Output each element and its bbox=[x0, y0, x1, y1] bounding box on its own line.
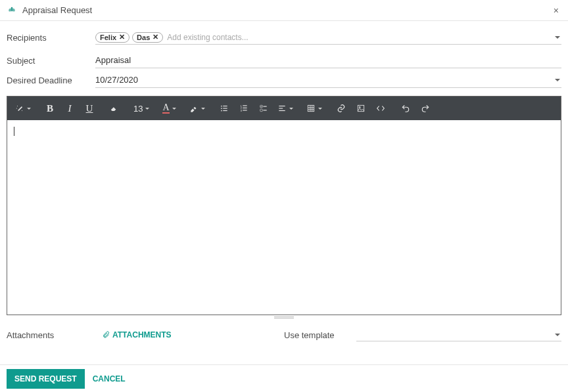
recipients-label: Recipients bbox=[7, 33, 95, 43]
recipient-tag: Das ✕ bbox=[132, 32, 163, 43]
close-icon[interactable]: × bbox=[551, 5, 561, 16]
svg-rect-18 bbox=[260, 109, 262, 112]
svg-rect-17 bbox=[263, 106, 266, 107]
svg-point-0 bbox=[11, 7, 12, 8]
magic-wand-button[interactable] bbox=[11, 99, 35, 118]
svg-point-6 bbox=[221, 108, 222, 109]
svg-rect-13 bbox=[243, 108, 247, 108]
bottom-fields: Attachments ATTACHMENTS Use template bbox=[7, 328, 561, 341]
attachments-link-text: ATTACHMENTS bbox=[112, 330, 172, 339]
eraser-button[interactable] bbox=[105, 99, 124, 118]
subject-label: Subject bbox=[7, 56, 95, 66]
svg-point-29 bbox=[359, 106, 360, 108]
deadline-label: Desired Deadline bbox=[7, 76, 95, 85]
image-button[interactable] bbox=[351, 99, 371, 118]
svg-rect-9 bbox=[223, 110, 227, 111]
table-button[interactable] bbox=[302, 99, 326, 118]
subject-row: Subject bbox=[7, 53, 561, 68]
recipients-placeholder: Add existing contacts... bbox=[167, 33, 248, 42]
attachments-label: Attachments bbox=[7, 330, 95, 340]
chevron-down-icon[interactable] bbox=[555, 79, 560, 81]
cancel-button[interactable]: CANCEL bbox=[85, 369, 133, 389]
butterfly-icon bbox=[7, 5, 17, 16]
underline-button[interactable]: U bbox=[80, 99, 99, 118]
dialog-footer: SEND REQUEST CANCEL bbox=[0, 364, 568, 392]
editor-container: B I U 13 A 123 bbox=[7, 96, 561, 315]
italic-button[interactable]: I bbox=[60, 99, 80, 118]
deadline-field[interactable] bbox=[95, 72, 561, 88]
ordered-list-button[interactable]: 123 bbox=[234, 99, 254, 118]
send-request-button[interactable]: SEND REQUEST bbox=[7, 369, 85, 389]
svg-rect-11 bbox=[243, 105, 247, 106]
svg-text:3: 3 bbox=[240, 110, 241, 112]
subject-field[interactable] bbox=[95, 53, 561, 68]
chevron-down-icon[interactable] bbox=[555, 36, 560, 39]
font-size-button[interactable]: 13 bbox=[130, 99, 153, 118]
font-size-value: 13 bbox=[133, 104, 143, 114]
editor-body[interactable] bbox=[7, 120, 561, 315]
chevron-down-icon[interactable] bbox=[555, 334, 560, 336]
recipient-tag-label: Das bbox=[137, 33, 150, 41]
tag-remove-icon[interactable]: ✕ bbox=[153, 33, 158, 41]
svg-point-2 bbox=[22, 110, 22, 111]
svg-rect-15 bbox=[243, 110, 247, 110]
subject-input[interactable] bbox=[95, 54, 561, 66]
svg-point-3 bbox=[16, 108, 17, 108]
template-label: Use template bbox=[284, 330, 356, 340]
svg-rect-21 bbox=[279, 108, 283, 108]
dialog-header: Appraisal Request × bbox=[0, 0, 568, 21]
svg-rect-23 bbox=[308, 105, 314, 111]
font-color-button[interactable]: A bbox=[158, 99, 179, 118]
recipients-row: Recipients Felix ✕ Das ✕ Add existing co… bbox=[7, 30, 561, 45]
svg-rect-5 bbox=[223, 106, 227, 106]
highlight-button[interactable] bbox=[185, 99, 209, 118]
code-button[interactable] bbox=[371, 99, 390, 118]
unordered-list-button[interactable] bbox=[214, 99, 234, 118]
svg-rect-28 bbox=[358, 105, 364, 111]
svg-rect-19 bbox=[263, 110, 266, 110]
svg-rect-20 bbox=[279, 106, 285, 106]
attachments-link[interactable]: ATTACHMENTS bbox=[102, 330, 172, 339]
dialog-title: Appraisal Request bbox=[22, 5, 551, 15]
deadline-input[interactable] bbox=[95, 74, 561, 86]
align-button[interactable] bbox=[273, 99, 297, 118]
recipient-tag-label: Felix bbox=[100, 33, 116, 41]
template-field[interactable] bbox=[356, 328, 561, 341]
recipients-field[interactable]: Felix ✕ Das ✕ Add existing contacts... bbox=[95, 30, 561, 45]
svg-rect-7 bbox=[223, 108, 227, 108]
svg-point-1 bbox=[17, 106, 18, 106]
checklist-button[interactable] bbox=[254, 99, 273, 118]
svg-rect-22 bbox=[279, 110, 285, 111]
resize-handle[interactable] bbox=[7, 315, 561, 319]
redo-button[interactable] bbox=[415, 99, 435, 118]
link-button[interactable] bbox=[331, 99, 351, 118]
undo-button[interactable] bbox=[396, 99, 415, 118]
editor-toolbar: B I U 13 A 123 bbox=[7, 97, 561, 120]
svg-point-4 bbox=[221, 106, 222, 107]
svg-rect-16 bbox=[260, 105, 262, 108]
deadline-row: Desired Deadline bbox=[7, 72, 561, 88]
bold-button[interactable]: B bbox=[40, 99, 60, 118]
tag-remove-icon[interactable]: ✕ bbox=[119, 33, 125, 41]
dialog-body: Recipients Felix ✕ Das ✕ Add existing co… bbox=[0, 21, 568, 348]
paperclip-icon bbox=[102, 331, 110, 339]
svg-point-8 bbox=[221, 110, 222, 112]
recipient-tag: Felix ✕ bbox=[95, 32, 130, 43]
